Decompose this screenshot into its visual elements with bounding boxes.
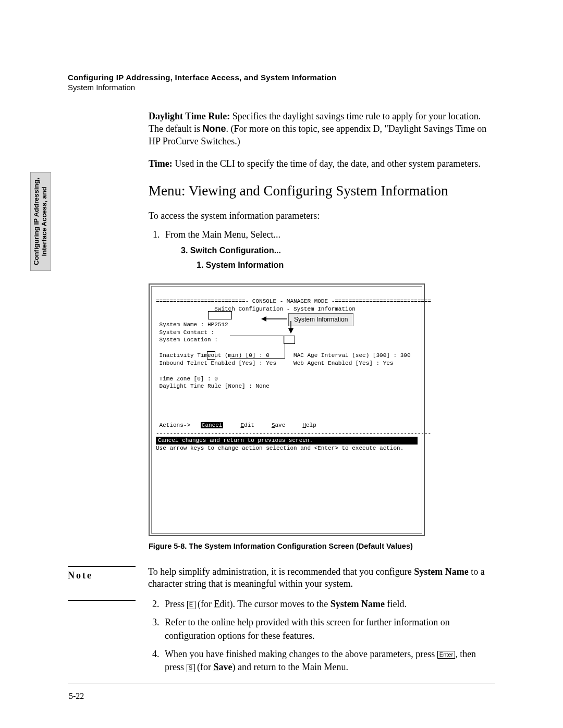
console-blank7 xyxy=(156,414,160,421)
step-1-sub2: 1. System Information xyxy=(197,260,495,271)
header-chapter: Configuring IP Addressing, Interface Acc… xyxy=(68,73,495,82)
console-actions: Actions-> Cancel Edit Save Help xyxy=(156,422,316,428)
field-box-sysname xyxy=(208,311,232,319)
step-4: When you have finished making changes to… xyxy=(162,648,495,674)
console-contact: System Contact : xyxy=(156,329,214,336)
console-timezone: Time Zone [0] : 0 xyxy=(156,376,218,382)
console-blank5 xyxy=(156,399,160,405)
console-subtitle: Switch Configuration - System Informatio… xyxy=(156,306,356,312)
side-tab-text: Configuring IP Addressing, Interface Acc… xyxy=(33,178,48,265)
note-label-column: Note xyxy=(68,566,136,679)
console-blank2 xyxy=(156,344,160,351)
step-4-c: (for xyxy=(195,662,214,672)
callout-arrow-2 xyxy=(287,321,295,334)
callout-label: System Information xyxy=(288,313,353,326)
page: Configuring IP Addressing, Interface Acc… xyxy=(0,0,563,728)
body-column: Daylight Time Rule: Specifies the daylig… xyxy=(149,110,495,551)
console-telnet: Inbound Telnet Enabled [Yes] : Yes Web A… xyxy=(156,360,393,366)
svg-marker-1 xyxy=(261,316,266,322)
step-2-bold: System Name xyxy=(331,599,385,609)
paragraph-daylight: Daylight Time Rule: Specifies the daylig… xyxy=(149,110,495,147)
note-rule-top xyxy=(68,566,136,567)
action-save-r: ave xyxy=(275,422,286,428)
field-box-mac xyxy=(284,336,295,344)
note-rule-bottom xyxy=(68,600,136,601)
step-2-edit-r: dit). The cursor moves to the xyxy=(220,599,331,609)
figure-caption: Figure 5-8. The System Information Confi… xyxy=(149,541,495,551)
step-3: Refer to the online help provided with t… xyxy=(162,616,495,642)
header-section: System Information xyxy=(68,83,495,92)
key-s: S xyxy=(187,664,195,672)
footer-rule xyxy=(68,684,495,684)
action-edit-r: dit xyxy=(244,422,254,428)
section-heading: Menu: Viewing and Configuring System Inf… xyxy=(149,182,495,201)
note-block: Note To help simplify administration, it… xyxy=(68,566,495,679)
console-hr: ----------------------------------------… xyxy=(156,430,431,436)
step-4-a: When you have finished making changes to… xyxy=(165,649,437,659)
daylight-none: None xyxy=(202,124,226,134)
page-number: 5-22 xyxy=(69,692,84,701)
screenshot: ==========================- CONSOLE - MA… xyxy=(149,283,495,551)
actions-prefix: Actions-> xyxy=(156,422,201,428)
paragraph-time: Time: Used in the CLI to specify the tim… xyxy=(149,158,495,170)
console-blank4 xyxy=(156,391,160,397)
time-text: Used in the CLI to specify the time of d… xyxy=(173,158,481,169)
step-4-bold: Save xyxy=(213,662,232,672)
daylight-label: Daylight Time Rule: xyxy=(149,111,230,121)
console-blank6 xyxy=(156,406,160,413)
step-2: Press E (for Edit). The cursor moves to … xyxy=(162,598,495,611)
running-header: Configuring IP Addressing, Interface Acc… xyxy=(68,73,495,92)
step-2-c: field. xyxy=(385,599,407,609)
step-1: From the Main Menu, Select... 3. Switch … xyxy=(162,228,495,271)
screenshot-outer: ==========================- CONSOLE - MA… xyxy=(149,283,425,536)
console-inactivity: Inactivity Timeout (min) [0] : 0 MAC Age… xyxy=(156,352,410,359)
console-sysname: System Name : HP2512 xyxy=(156,322,228,328)
step-4-d: ) and return to the Main Menu. xyxy=(232,662,348,672)
action-cancel: Cancel xyxy=(201,422,224,428)
step-4-bold-r: ave xyxy=(219,662,232,672)
step-2-a: Press xyxy=(165,599,187,609)
side-tab: Configuring IP Addressing, Interface Acc… xyxy=(30,172,51,271)
console-status: Cancel changes and return to previous sc… xyxy=(156,437,418,445)
note-body-1: To help simplify administration, it is r… xyxy=(148,566,414,577)
console-blank3 xyxy=(156,368,160,374)
time-label: Time: xyxy=(149,158,173,169)
console-dst: Daylight Time Rule [None] : None xyxy=(156,383,270,389)
console-location: System Location : xyxy=(156,337,218,343)
action-help-r: elp xyxy=(306,422,316,428)
step-2-b: (for xyxy=(195,599,214,609)
step-1-text: From the Main Menu, Select... xyxy=(165,229,280,240)
side-tab-line1: Configuring IP Addressing, xyxy=(32,178,40,265)
console-screen: ==========================- CONSOLE - MA… xyxy=(151,286,422,533)
intro-line: To access the system information paramet… xyxy=(149,210,495,223)
step-list-2: Press E (for Edit). The cursor moves to … xyxy=(148,598,495,674)
console-blank1 xyxy=(156,314,160,320)
callout-arrow-1 xyxy=(261,315,287,323)
note-body-bold: System Name xyxy=(414,566,468,577)
step-2-edit-u: E xyxy=(214,599,220,609)
step-1-sub1: 3. Switch Configuration... xyxy=(181,245,495,256)
side-tab-line2: Interface Access, and xyxy=(40,187,48,256)
note-label: Note xyxy=(68,570,136,581)
step-4-bold-u: S xyxy=(213,662,218,672)
step-list-1: From the Main Menu, Select... 3. Switch … xyxy=(149,228,495,271)
action-save-u: S xyxy=(272,422,275,428)
console-hint: Use arrow keys to change action selectio… xyxy=(156,445,403,451)
key-enter: Enter xyxy=(437,651,455,659)
key-e: E xyxy=(187,601,195,609)
svg-marker-3 xyxy=(288,328,293,334)
action-help-u: H xyxy=(302,422,306,428)
console-title: ==========================- CONSOLE - MA… xyxy=(156,298,431,304)
note-body: To help simplify administration, it is r… xyxy=(148,566,495,679)
